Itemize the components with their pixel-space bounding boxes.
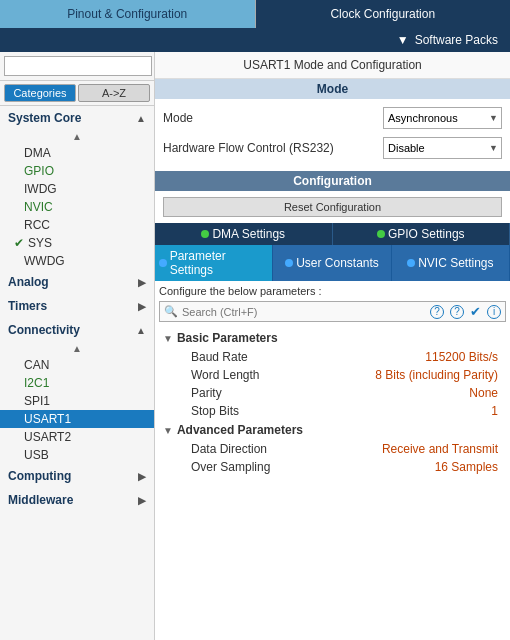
param-check-icon[interactable]: ✔ [470, 304, 481, 319]
param-toolbar: ? ? ✔ i [430, 304, 501, 319]
sidebar-item-i2c1[interactable]: I2C1 [0, 374, 154, 392]
connectivity-section[interactable]: Connectivity ▲ [0, 318, 154, 342]
sidebar-item-wwdg[interactable]: WWDG [0, 252, 154, 270]
param-dot-icon [159, 259, 167, 267]
param-row-direction: Data Direction Receive and Transmit [159, 440, 506, 458]
mode-select[interactable]: Asynchronous [383, 107, 502, 129]
mode-field-label: Mode [163, 111, 383, 125]
dma-settings-tab[interactable]: DMA Settings [155, 223, 333, 245]
clock-config-tab[interactable]: Clock Configuration [256, 0, 511, 28]
hw-flow-label: Hardware Flow Control (RS232) [163, 141, 383, 155]
adv-chevron-icon: ▼ [163, 425, 173, 436]
reset-config-button[interactable]: Reset Configuration [163, 197, 502, 217]
categories-tab[interactable]: Categories [4, 84, 76, 102]
hw-flow-select[interactable]: Disable [383, 137, 502, 159]
sidebar-item-nvic[interactable]: NVIC [0, 198, 154, 216]
basic-params-header[interactable]: ▼ Basic Parameters [159, 328, 506, 348]
sidebar-item-iwdg[interactable]: IWDG [0, 180, 154, 198]
middleware-chevron-icon: ▶ [138, 495, 146, 506]
sidebar-item-usart1[interactable]: USART1 [0, 410, 154, 428]
param-info-icon[interactable]: i [487, 305, 501, 319]
sidebar-item-dma[interactable]: DMA [0, 144, 154, 162]
sidebar-item-usart2[interactable]: USART2 [0, 428, 154, 446]
param-row-word: Word Length 8 Bits (including Parity) [159, 366, 506, 384]
mode-section: Mode Mode Asynchronous Hardware Flow Con… [155, 79, 510, 163]
middleware-section[interactable]: Middleware ▶ [0, 488, 154, 512]
hw-flow-select-wrapper: Disable [383, 137, 502, 159]
user-const-dot-icon [285, 259, 293, 267]
param-row-stop: Stop Bits 1 [159, 402, 506, 420]
param-search-input[interactable] [182, 306, 426, 318]
timers-chevron-icon: ▶ [138, 301, 146, 312]
scroll-up-icon[interactable]: ▲ [72, 132, 82, 142]
sidebar-item-spi1[interactable]: SPI1 [0, 392, 154, 410]
config-tabs-row2: Parameter Settings User Constants NVIC S… [155, 245, 510, 281]
software-packs-bar[interactable]: ▼ Software Packs [0, 28, 510, 52]
sidebar: ⚙ Categories A->Z System Core ▲ ▲ DMA GP… [0, 52, 155, 640]
search-bar: ⚙ [0, 52, 154, 81]
param-row-oversampling: Over Sampling 16 Samples [159, 458, 506, 476]
computing-chevron-icon: ▶ [138, 471, 146, 482]
sidebar-item-usb[interactable]: USB [0, 446, 154, 464]
analog-chevron-icon: ▶ [138, 277, 146, 288]
hw-flow-row: Hardware Flow Control (RS232) Disable [155, 133, 510, 163]
system-core-section[interactable]: System Core ▲ [0, 106, 154, 130]
pinout-config-tab[interactable]: Pinout & Configuration [0, 0, 256, 28]
user-constants-tab[interactable]: User Constants [273, 245, 391, 281]
sidebar-item-gpio[interactable]: GPIO [0, 162, 154, 180]
az-tab[interactable]: A->Z [78, 84, 150, 102]
conn-scroll-up-icon[interactable]: ▲ [72, 344, 82, 354]
configure-label: Configure the below parameters : [159, 285, 506, 297]
gpio-settings-tab[interactable]: GPIO Settings [333, 223, 511, 245]
mode-row: Mode Asynchronous [155, 103, 510, 133]
param-question2-icon[interactable]: ? [450, 305, 464, 319]
category-tabs: Categories A->Z [0, 81, 154, 106]
nvic-dot-icon [407, 259, 415, 267]
param-search-row: 🔍 ? ? ✔ i [159, 301, 506, 322]
param-row-parity: Parity None [159, 384, 506, 402]
config-tabs-row1: DMA Settings GPIO Settings [155, 223, 510, 245]
config-bar: Configuration [155, 171, 510, 191]
mode-label-bar: Mode [155, 79, 510, 99]
param-question-icon[interactable]: ? [430, 305, 444, 319]
basic-chevron-icon: ▼ [163, 333, 173, 344]
chevron-up-icon: ▲ [136, 113, 146, 124]
usart-title: USART1 Mode and Configuration [155, 52, 510, 79]
sidebar-item-rcc[interactable]: RCC [0, 216, 154, 234]
param-row-baud: Baud Rate 115200 Bits/s [159, 348, 506, 366]
computing-section[interactable]: Computing ▶ [0, 464, 154, 488]
mode-select-wrapper: Asynchronous [383, 107, 502, 129]
right-panel: USART1 Mode and Configuration Mode Mode … [155, 52, 510, 640]
chevron-down-icon: ▼ [397, 33, 409, 47]
search-input[interactable] [4, 56, 152, 76]
gpio-dot-icon [377, 230, 385, 238]
nvic-settings-tab[interactable]: NVIC Settings [392, 245, 510, 281]
advanced-params-header[interactable]: ▼ Advanced Parameters [159, 420, 506, 440]
sidebar-item-sys[interactable]: ✔SYS [0, 234, 154, 252]
analog-section[interactable]: Analog ▶ [0, 270, 154, 294]
connectivity-chevron-icon: ▲ [136, 325, 146, 336]
timers-section[interactable]: Timers ▶ [0, 294, 154, 318]
sidebar-item-can[interactable]: CAN [0, 356, 154, 374]
param-search-icon: 🔍 [164, 305, 178, 318]
parameter-area: Configure the below parameters : 🔍 ? ? ✔… [155, 281, 510, 640]
parameter-settings-tab[interactable]: Parameter Settings [155, 245, 273, 281]
dma-dot-icon [201, 230, 209, 238]
